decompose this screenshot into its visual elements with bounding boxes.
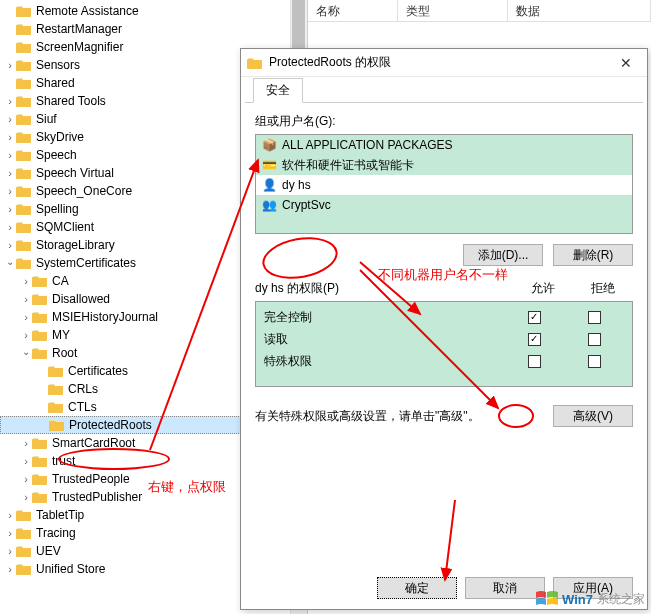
chevron-icon[interactable]	[20, 293, 32, 305]
user-icon: 💳	[260, 157, 278, 173]
folder-icon	[16, 526, 32, 540]
tree-label: Certificates	[68, 364, 128, 378]
tree-label: UEV	[36, 544, 61, 558]
user-name: 软件和硬件证书或智能卡	[282, 157, 414, 174]
chevron-icon[interactable]	[4, 149, 16, 161]
remove-button[interactable]: 删除(R)	[553, 244, 633, 266]
deny-checkbox[interactable]	[588, 333, 601, 346]
tree-label: trust	[52, 454, 75, 468]
folder-icon	[32, 490, 48, 504]
tree-label: CA	[52, 274, 69, 288]
advanced-button[interactable]: 高级(V)	[553, 405, 633, 427]
chevron-icon[interactable]	[20, 329, 32, 341]
folder-icon	[16, 148, 32, 162]
chevron-icon[interactable]	[4, 185, 16, 197]
folder-icon	[49, 418, 65, 432]
chevron-icon[interactable]	[4, 131, 16, 143]
close-icon[interactable]: ✕	[611, 55, 641, 71]
list-col-name[interactable]: 名称	[308, 0, 398, 21]
permission-row: 读取	[256, 328, 632, 350]
tree-label: Disallowed	[52, 292, 110, 306]
folder-icon	[16, 76, 32, 90]
tree-label: TrustedPeople	[52, 472, 130, 486]
chevron-icon[interactable]	[4, 509, 16, 521]
tree-label: Spelling	[36, 202, 79, 216]
tree-scroll-thumb[interactable]	[292, 0, 305, 50]
allow-checkbox[interactable]	[528, 333, 541, 346]
user-icon: 👤	[260, 177, 278, 193]
folder-icon	[16, 94, 32, 108]
dialog-title: ProtectedRoots 的权限	[269, 54, 611, 71]
user-item[interactable]: 👥CryptSvc	[256, 195, 632, 215]
chevron-icon[interactable]	[20, 348, 32, 359]
tree-item-restartmanager[interactable]: RestartManager	[0, 20, 307, 38]
deny-checkbox[interactable]	[588, 355, 601, 368]
tree-label: Unified Store	[36, 562, 105, 576]
allow-checkbox[interactable]	[528, 311, 541, 324]
permission-name: 完全控制	[264, 309, 504, 326]
chevron-icon[interactable]	[20, 275, 32, 287]
tree-label: RestartManager	[36, 22, 122, 36]
folder-icon	[32, 436, 48, 450]
chevron-icon[interactable]	[4, 258, 16, 269]
chevron-icon[interactable]	[20, 491, 32, 503]
deny-checkbox[interactable]	[588, 311, 601, 324]
tree-label: SQMClient	[36, 220, 94, 234]
allow-checkbox[interactable]	[528, 355, 541, 368]
user-item[interactable]: 💳软件和硬件证书或智能卡	[256, 155, 632, 175]
user-item[interactable]: 📦ALL APPLICATION PACKAGES	[256, 135, 632, 155]
tree-item-remote-assistance[interactable]: Remote Assistance	[0, 2, 307, 20]
permissions-list: 完全控制读取特殊权限	[255, 301, 633, 387]
tree-label: ProtectedRoots	[69, 418, 152, 432]
advanced-hint: 有关特殊权限或高级设置，请单击"高级"。	[255, 408, 553, 425]
permission-row: 特殊权限	[256, 350, 632, 372]
chevron-icon[interactable]	[4, 167, 16, 179]
chevron-icon[interactable]	[4, 95, 16, 107]
tree-label: CRLs	[68, 382, 98, 396]
chevron-icon[interactable]	[4, 545, 16, 557]
chevron-icon[interactable]	[20, 311, 32, 323]
user-name: ALL APPLICATION PACKAGES	[282, 138, 453, 152]
folder-icon	[16, 58, 32, 72]
folder-icon	[16, 184, 32, 198]
folder-icon	[32, 328, 48, 342]
chevron-icon[interactable]	[4, 527, 16, 539]
ok-button[interactable]: 确定	[377, 577, 457, 599]
chevron-icon[interactable]	[4, 203, 16, 215]
tree-label: StorageLibrary	[36, 238, 115, 252]
folder-icon	[16, 508, 32, 522]
chevron-icon[interactable]	[4, 221, 16, 233]
folder-icon	[48, 382, 64, 396]
watermark-brand: Win7	[562, 592, 593, 607]
tree-label: TrustedPublisher	[52, 490, 142, 504]
list-col-data[interactable]: 数据	[508, 0, 651, 21]
add-button[interactable]: 添加(D)...	[463, 244, 543, 266]
cancel-button[interactable]: 取消	[465, 577, 545, 599]
folder-icon	[16, 130, 32, 144]
dialog-titlebar[interactable]: ProtectedRoots 的权限 ✕	[241, 49, 647, 77]
list-col-type[interactable]: 类型	[398, 0, 508, 21]
permission-name: 特殊权限	[264, 353, 504, 370]
permission-row: 完全控制	[256, 306, 632, 328]
chevron-icon[interactable]	[20, 455, 32, 467]
tree-label: MSIEHistoryJournal	[52, 310, 158, 324]
tree-label: Sensors	[36, 58, 80, 72]
folder-icon	[16, 112, 32, 126]
chevron-icon[interactable]	[4, 563, 16, 575]
chevron-icon[interactable]	[20, 437, 32, 449]
folder-icon	[16, 544, 32, 558]
tab-security[interactable]: 安全	[253, 78, 303, 103]
tree-label: MY	[52, 328, 70, 342]
folder-icon	[32, 454, 48, 468]
folder-icon	[16, 220, 32, 234]
chevron-icon[interactable]	[4, 59, 16, 71]
folder-icon	[48, 400, 64, 414]
folder-icon	[16, 562, 32, 576]
user-item[interactable]: 👤dy hs	[256, 175, 632, 195]
chevron-icon[interactable]	[4, 239, 16, 251]
chevron-icon[interactable]	[20, 473, 32, 485]
user-list[interactable]: 📦ALL APPLICATION PACKAGES💳软件和硬件证书或智能卡👤dy…	[255, 134, 633, 234]
folder-icon	[16, 22, 32, 36]
chevron-icon[interactable]	[4, 113, 16, 125]
folder-icon	[16, 40, 32, 54]
